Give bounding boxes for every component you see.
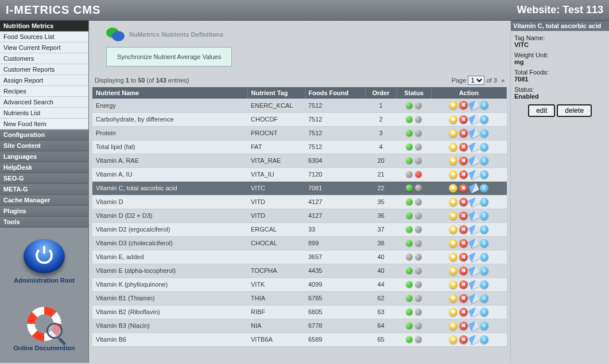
action-delete-icon[interactable]: ✖ bbox=[459, 212, 468, 220]
table-row[interactable]: Vitamin D3 (cholecalciferol)CHOCAL89938✳… bbox=[92, 236, 507, 250]
status-dot-2[interactable] bbox=[415, 185, 422, 191]
status-dot-2[interactable] bbox=[415, 253, 422, 260]
admin-root-link[interactable]: Administration Root bbox=[0, 228, 88, 295]
action-info-icon[interactable]: i bbox=[480, 239, 488, 248]
action-erase-icon[interactable] bbox=[468, 169, 479, 179]
action-info-icon[interactable]: i bbox=[480, 156, 488, 165]
action-erase-icon[interactable] bbox=[468, 197, 479, 207]
action-info-icon[interactable]: i bbox=[480, 184, 488, 193]
status-dot-1[interactable] bbox=[406, 226, 413, 233]
status-dot-1[interactable] bbox=[406, 171, 413, 178]
edit-button[interactable]: edit bbox=[528, 104, 555, 117]
action-erase-icon[interactable] bbox=[468, 334, 479, 345]
table-row[interactable]: Vitamin E, added365740✳✖i bbox=[92, 250, 507, 264]
action-delete-icon[interactable]: ✖ bbox=[459, 170, 468, 179]
action-info-icon[interactable]: i bbox=[480, 294, 488, 303]
status-dot-1[interactable] bbox=[406, 130, 413, 136]
action-gear-icon[interactable]: ✳ bbox=[449, 253, 457, 261]
action-delete-icon[interactable]: ✖ bbox=[459, 267, 468, 275]
action-delete-icon[interactable]: ✖ bbox=[459, 198, 468, 206]
sidebar-cat[interactable]: Tools bbox=[0, 217, 88, 228]
action-info-icon[interactable]: i bbox=[480, 101, 488, 109]
action-info-icon[interactable]: i bbox=[480, 225, 488, 234]
status-dot-2[interactable] bbox=[415, 171, 422, 178]
action-erase-icon[interactable] bbox=[468, 210, 479, 221]
sidebar-cat[interactable]: SEO-G bbox=[0, 173, 88, 184]
status-dot-1[interactable] bbox=[406, 157, 413, 164]
sidebar-item[interactable]: Customer Reports bbox=[0, 64, 88, 75]
sidebar-cat-nutrition-metrics[interactable]: Nutrition Metrics bbox=[0, 21, 88, 32]
table-row[interactable]: Vitamin A, IUVITA_IU712021✳✖i bbox=[92, 167, 507, 181]
status-dot-1[interactable] bbox=[406, 253, 413, 260]
status-dot-1[interactable] bbox=[406, 240, 413, 246]
status-dot-2[interactable] bbox=[415, 226, 422, 233]
action-delete-icon[interactable]: ✖ bbox=[459, 143, 468, 151]
sidebar-cat[interactable]: Configuration bbox=[0, 130, 88, 140]
action-delete-icon[interactable]: ✖ bbox=[459, 322, 468, 330]
action-delete-icon[interactable]: ✖ bbox=[459, 308, 468, 316]
sidebar-cat[interactable]: META-G bbox=[0, 184, 88, 195]
table-row[interactable]: Vitamin B1 (Thiamin)THIA678562✳✖i bbox=[92, 291, 507, 305]
action-erase-icon[interactable] bbox=[468, 265, 479, 276]
action-erase-icon[interactable] bbox=[468, 238, 479, 248]
col-tag[interactable]: Nutrient Tag bbox=[247, 87, 305, 99]
status-dot-1[interactable] bbox=[406, 308, 413, 315]
action-info-icon[interactable]: i bbox=[480, 143, 488, 151]
action-info-icon[interactable]: i bbox=[480, 170, 488, 179]
col-name[interactable]: Nutrient Name bbox=[92, 87, 247, 99]
col-order[interactable]: Order bbox=[365, 87, 397, 99]
action-delete-icon[interactable]: ✖ bbox=[459, 239, 468, 248]
action-gear-icon[interactable]: ✳ bbox=[449, 267, 457, 275]
status-dot-1[interactable] bbox=[406, 281, 413, 288]
action-gear-icon[interactable]: ✳ bbox=[449, 129, 457, 138]
table-row[interactable]: Vitamin D (D2 + D3)VITD412736✳✖i bbox=[92, 209, 507, 222]
status-dot-2[interactable] bbox=[415, 267, 422, 274]
col-foods[interactable]: Foods Found bbox=[305, 87, 365, 99]
status-dot-2[interactable] bbox=[415, 322, 422, 329]
status-dot-2[interactable] bbox=[415, 308, 422, 315]
action-info-icon[interactable]: i bbox=[480, 267, 488, 275]
sidebar-cat[interactable]: Plugins bbox=[0, 206, 88, 217]
action-info-icon[interactable]: i bbox=[480, 198, 488, 206]
action-delete-icon[interactable]: ✖ bbox=[459, 225, 468, 234]
table-row[interactable]: Vitamin A, RAEVITA_RAE630420✳✖i bbox=[92, 154, 507, 167]
action-delete-icon[interactable]: ✖ bbox=[459, 280, 468, 289]
action-erase-icon[interactable] bbox=[468, 252, 479, 262]
table-row[interactable]: Vitamin B2 (Riboflavin)RIBF680563✳✖i bbox=[92, 305, 507, 319]
status-dot-2[interactable] bbox=[415, 130, 422, 136]
action-delete-icon[interactable]: ✖ bbox=[459, 115, 468, 124]
action-erase-icon[interactable] bbox=[468, 279, 479, 289]
sidebar-item[interactable]: Assign Report bbox=[0, 75, 88, 86]
action-gear-icon[interactable]: ✳ bbox=[449, 280, 457, 289]
action-erase-icon[interactable] bbox=[468, 183, 479, 193]
online-docs-link[interactable]: Online Documention bbox=[0, 295, 88, 363]
sidebar-item[interactable]: New Food Item bbox=[0, 119, 88, 130]
table-row[interactable]: EnergyENERC_KCAL75121✳✖i bbox=[92, 99, 507, 112]
sidebar-cat[interactable]: Languages bbox=[0, 151, 88, 162]
action-gear-icon[interactable]: ✳ bbox=[449, 212, 457, 220]
action-delete-icon[interactable]: ✖ bbox=[459, 184, 468, 193]
status-dot-1[interactable] bbox=[406, 295, 413, 302]
action-erase-icon[interactable] bbox=[468, 320, 479, 331]
sidebar-cat[interactable]: HelpDesk bbox=[0, 162, 88, 173]
status-dot-1[interactable] bbox=[406, 116, 413, 123]
next-page[interactable]: » bbox=[501, 77, 505, 84]
action-erase-icon[interactable] bbox=[468, 128, 479, 138]
sidebar-item[interactable]: Recipes bbox=[0, 86, 88, 97]
action-delete-icon[interactable]: ✖ bbox=[459, 253, 468, 261]
action-gear-icon[interactable]: ✳ bbox=[449, 156, 457, 165]
status-dot-2[interactable] bbox=[415, 281, 422, 288]
table-row[interactable]: Total lipid (fat)FAT75124✳✖i bbox=[92, 140, 507, 154]
action-gear-icon[interactable]: ✳ bbox=[449, 322, 457, 330]
action-info-icon[interactable]: i bbox=[480, 115, 488, 124]
status-dot-1[interactable] bbox=[406, 102, 413, 109]
action-gear-icon[interactable]: ✳ bbox=[449, 335, 457, 344]
status-dot-1[interactable] bbox=[406, 336, 413, 343]
status-dot-2[interactable] bbox=[415, 143, 422, 150]
table-row[interactable]: Vitamin C, total ascorbic acidVITC708122… bbox=[92, 181, 507, 195]
status-dot-1[interactable] bbox=[406, 185, 413, 191]
page-select[interactable]: 1 bbox=[468, 76, 484, 85]
table-row[interactable]: Vitamin B3 (Niacin)NIA677864✳✖i bbox=[92, 319, 507, 332]
action-info-icon[interactable]: i bbox=[480, 335, 488, 344]
sidebar-item[interactable]: View Current Report bbox=[0, 42, 88, 53]
